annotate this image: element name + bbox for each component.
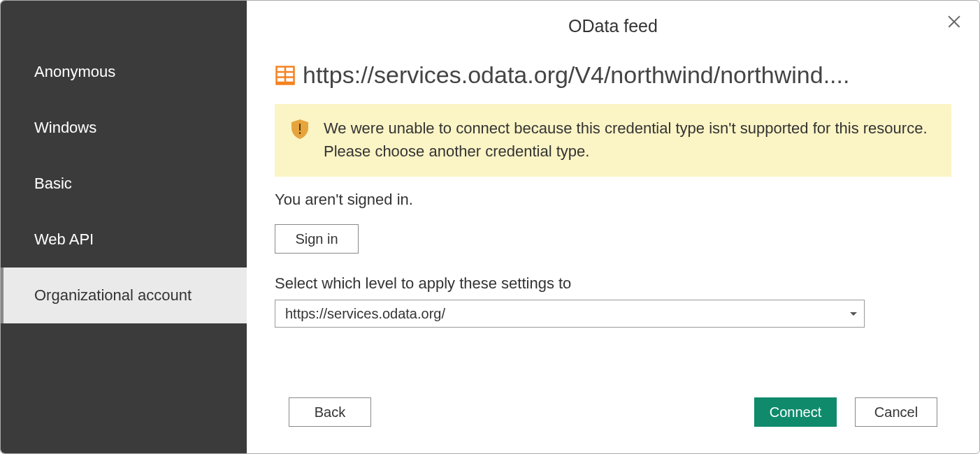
feed-url-line: https://services.odata.org/V4/northwind/…: [275, 61, 951, 89]
warning-banner: We were unable to connect because this c…: [275, 104, 951, 177]
sidebar-item-label: Windows: [34, 119, 96, 137]
level-select-value: https://services.odata.org/: [285, 306, 445, 322]
sidebar-item-organizational-account[interactable]: Organizational account: [1, 268, 247, 323]
svg-rect-8: [299, 132, 301, 134]
dialog-title: OData feed: [275, 16, 951, 36]
svg-rect-2: [278, 73, 284, 76]
sidebar-item-anonymous[interactable]: Anonymous: [1, 44, 247, 100]
svg-rect-5: [286, 73, 293, 76]
level-select[interactable]: https://services.odata.org/: [275, 300, 865, 328]
sign-in-button[interactable]: Sign in: [275, 224, 359, 254]
odata-credential-dialog: Anonymous Windows Basic Web API Organiza…: [0, 0, 980, 454]
sidebar-item-windows[interactable]: Windows: [1, 100, 247, 156]
feed-url: https://services.odata.org/V4/northwind/…: [303, 61, 849, 89]
sidebar-item-label: Anonymous: [34, 63, 115, 81]
main-panel: OData feed https://services.odata.org/V4…: [247, 1, 979, 453]
credential-type-sidebar: Anonymous Windows Basic Web API Organiza…: [1, 1, 247, 453]
warning-shield-icon: [291, 119, 308, 139]
svg-rect-3: [278, 78, 284, 81]
footer-right-group: Connect Cancel: [754, 397, 937, 427]
odata-feed-icon: [275, 65, 296, 86]
signed-in-status: You aren't signed in.: [275, 191, 951, 209]
sidebar-item-basic[interactable]: Basic: [1, 156, 247, 212]
chevron-down-icon: [850, 312, 857, 316]
svg-rect-7: [299, 124, 301, 131]
cancel-button[interactable]: Cancel: [855, 397, 937, 427]
sidebar-item-label: Web API: [34, 230, 94, 249]
back-button[interactable]: Back: [289, 397, 371, 427]
svg-rect-6: [286, 78, 293, 81]
connect-button[interactable]: Connect: [754, 397, 837, 427]
svg-rect-4: [286, 67, 293, 71]
level-label: Select which level to apply these settin…: [275, 274, 951, 293]
dialog-footer: Back Connect Cancel: [289, 397, 937, 427]
sidebar-item-label: Organizational account: [34, 286, 192, 305]
warning-message: We were unable to connect because this c…: [324, 117, 935, 163]
svg-rect-1: [278, 67, 284, 71]
sidebar-item-web-api[interactable]: Web API: [1, 212, 247, 268]
sidebar-item-label: Basic: [34, 175, 72, 193]
